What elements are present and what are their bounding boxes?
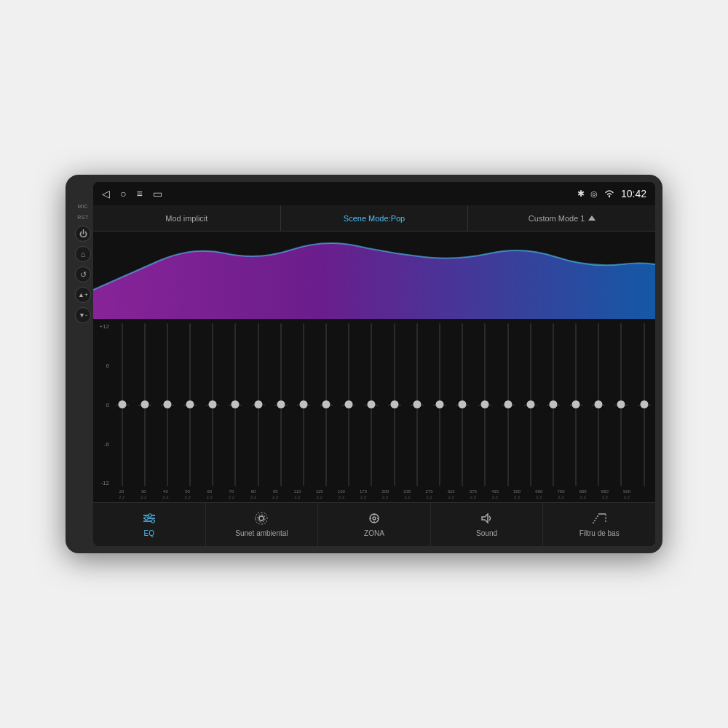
- slider-thumb[interactable]: [617, 400, 625, 408]
- slider-track[interactable]: [280, 323, 282, 486]
- freq-fc-label: 125: [316, 489, 323, 495]
- slider-thumb[interactable]: [368, 400, 376, 408]
- slider-track[interactable]: [484, 323, 486, 486]
- slider-col[interactable]: [383, 322, 405, 488]
- slider-track[interactable]: [212, 323, 213, 486]
- tab-bass[interactable]: Filtru de bas: [543, 503, 655, 546]
- slider-thumb[interactable]: [118, 400, 126, 408]
- freq-q-label: 2.2: [184, 495, 190, 501]
- slider-track[interactable]: [122, 323, 123, 486]
- slider-col[interactable]: [156, 322, 178, 488]
- slider-thumb[interactable]: [595, 400, 603, 408]
- tab-zona[interactable]: ZONA: [318, 503, 431, 546]
- slider-track[interactable]: [462, 323, 463, 486]
- slider-col[interactable]: [247, 322, 269, 488]
- slider-col[interactable]: [633, 322, 655, 488]
- freq-fc-label: 200: [381, 489, 389, 495]
- sliders-row: [111, 322, 655, 488]
- slider-thumb[interactable]: [504, 400, 512, 408]
- slider-track[interactable]: [258, 323, 259, 486]
- vol-up-button[interactable]: ▲+: [75, 287, 91, 303]
- slider-thumb[interactable]: [640, 400, 648, 408]
- freq-label-col: 202.2: [111, 489, 132, 501]
- slider-thumb[interactable]: [232, 400, 240, 408]
- freq-fc-label: 235: [403, 489, 411, 495]
- slider-col[interactable]: [428, 322, 451, 488]
- mode-implicit[interactable]: Mod implicit: [93, 205, 281, 231]
- slider-thumb[interactable]: [481, 400, 489, 408]
- nav-menu-icon[interactable]: ≡: [136, 188, 142, 199]
- tab-eq[interactable]: EQ: [93, 503, 206, 546]
- slider-track[interactable]: [553, 323, 554, 486]
- slider-track[interactable]: [620, 323, 622, 486]
- slider-track[interactable]: [416, 323, 418, 486]
- freq-label-col: 402.2: [154, 489, 176, 501]
- slider-col[interactable]: [224, 322, 247, 488]
- freq-fc-label: 60: [207, 489, 212, 495]
- slider-col[interactable]: [269, 322, 292, 488]
- slider-col[interactable]: [474, 322, 496, 488]
- nav-back-icon[interactable]: ◁: [102, 188, 110, 199]
- freq-fc-label: 30: [141, 489, 146, 495]
- slider-track[interactable]: [303, 323, 304, 486]
- slider-thumb[interactable]: [323, 400, 331, 408]
- slider-thumb[interactable]: [163, 400, 171, 408]
- slider-track[interactable]: [507, 323, 509, 486]
- slider-thumb[interactable]: [254, 400, 262, 408]
- slider-track[interactable]: [644, 323, 645, 486]
- slider-track[interactable]: [371, 323, 372, 486]
- slider-col[interactable]: [405, 322, 428, 488]
- mode-scene[interactable]: Scene Mode:Pop: [281, 205, 469, 231]
- tab-sound[interactable]: Sound: [431, 503, 544, 546]
- slider-col[interactable]: [179, 322, 202, 488]
- slider-col[interactable]: [451, 322, 474, 488]
- back-side-button[interactable]: ↺: [75, 266, 91, 282]
- freq-q-label: 2.2: [580, 495, 586, 501]
- slider-col[interactable]: [338, 322, 360, 488]
- vol-down-button[interactable]: ▼-: [75, 307, 91, 323]
- slider-col[interactable]: [360, 322, 383, 488]
- slider-col[interactable]: [292, 322, 314, 488]
- slider-thumb[interactable]: [299, 400, 307, 408]
- slider-track[interactable]: [325, 323, 327, 486]
- slider-col[interactable]: [519, 322, 542, 488]
- slider-track[interactable]: [575, 323, 577, 486]
- slider-thumb[interactable]: [390, 400, 398, 408]
- slider-track[interactable]: [348, 323, 349, 486]
- slider-thumb[interactable]: [435, 400, 443, 408]
- nav-recents-icon[interactable]: ▭: [153, 188, 162, 199]
- slider-track[interactable]: [189, 323, 191, 486]
- power-button[interactable]: ⏻: [75, 226, 91, 242]
- slider-track[interactable]: [167, 323, 168, 486]
- slider-track[interactable]: [598, 323, 599, 486]
- slider-col[interactable]: [315, 322, 338, 488]
- slider-thumb[interactable]: [526, 400, 534, 408]
- slider-col[interactable]: [202, 322, 224, 488]
- slider-col[interactable]: [111, 322, 133, 488]
- mode-custom[interactable]: Custom Mode 1: [468, 205, 655, 231]
- slider-thumb[interactable]: [186, 400, 194, 408]
- slider-thumb[interactable]: [345, 400, 353, 408]
- slider-thumb[interactable]: [141, 400, 149, 408]
- slider-track[interactable]: [439, 323, 440, 486]
- slider-track[interactable]: [144, 323, 146, 486]
- slider-track[interactable]: [234, 323, 236, 486]
- slider-thumb[interactable]: [277, 400, 285, 408]
- slider-col[interactable]: [542, 322, 564, 488]
- slider-thumb[interactable]: [572, 400, 580, 408]
- slider-track[interactable]: [394, 323, 395, 486]
- slider-col[interactable]: [587, 322, 610, 488]
- freq-fc-label: 20: [119, 489, 124, 495]
- nav-home-icon[interactable]: ○: [120, 188, 126, 199]
- slider-thumb[interactable]: [209, 400, 217, 408]
- slider-thumb[interactable]: [459, 400, 467, 408]
- slider-track[interactable]: [530, 323, 531, 486]
- slider-col[interactable]: [133, 322, 156, 488]
- slider-thumb[interactable]: [549, 400, 557, 408]
- tab-ambient[interactable]: Sunet ambiental: [206, 503, 319, 546]
- home-side-button[interactable]: ⌂: [75, 246, 91, 262]
- slider-col[interactable]: [610, 322, 633, 488]
- slider-col[interactable]: [496, 322, 519, 488]
- slider-thumb[interactable]: [413, 400, 421, 408]
- slider-col[interactable]: [564, 322, 587, 488]
